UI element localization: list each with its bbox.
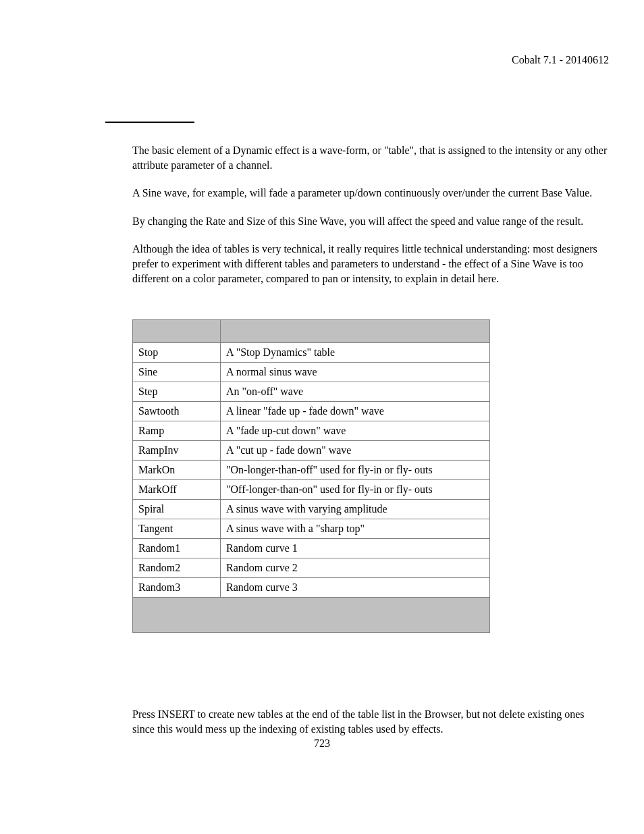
wave-desc-cell: A "fade up-cut down" wave — [221, 421, 490, 441]
table-row: Random2Random curve 2 — [133, 558, 490, 578]
wave-name-cell: Stop — [133, 343, 221, 363]
wave-name-cell: RampInv — [133, 441, 221, 461]
body-content: The basic element of a Dynamic effect is… — [132, 54, 609, 736]
table-row: Random3Random curve 3 — [133, 578, 490, 598]
table-row: MarkOff"Off-longer-than-on" used for fly… — [133, 480, 490, 500]
wave-name-cell: MarkOn — [133, 461, 221, 480]
table-row: StepAn "on-off" wave — [133, 382, 490, 402]
wave-desc-cell: A "cut up - fade down" wave — [221, 441, 490, 461]
wave-desc-cell: "On-longer-than-off" used for fly-in or … — [221, 461, 490, 480]
table-row: SineA normal sinus wave — [133, 363, 490, 382]
wave-desc-cell: A normal sinus wave — [221, 363, 490, 382]
table-row: MarkOn"On-longer-than-off" used for fly-… — [133, 461, 490, 480]
table-row: StopA "Stop Dynamics" table — [133, 343, 490, 363]
wave-desc-cell: A "Stop Dynamics" table — [221, 343, 490, 363]
wave-name-cell: Sine — [133, 363, 221, 382]
wave-name-cell: Random3 — [133, 578, 221, 598]
table-row: SawtoothA linear "fade up - fade down" w… — [133, 402, 490, 421]
intro-paragraph-3: By changing the Rate and Size of this Si… — [132, 214, 609, 229]
wave-desc-cell: Random curve 1 — [221, 539, 490, 558]
table-footer-cell — [133, 598, 490, 633]
table-header-name — [133, 320, 221, 343]
wave-name-cell: Sawtooth — [133, 402, 221, 421]
wave-name-cell: Tangent — [133, 519, 221, 539]
intro-paragraph-2: A Sine wave, for example, will fade a pa… — [132, 186, 609, 201]
wave-desc-cell: Random curve 3 — [221, 578, 490, 598]
wave-tables-table: StopA "Stop Dynamics" tableSineA normal … — [132, 319, 490, 633]
table-row: SpiralA sinus wave with varying amplitud… — [133, 500, 490, 519]
wave-desc-cell: A sinus wave with varying amplitude — [221, 500, 490, 519]
table-footer-row — [133, 598, 490, 633]
intro-paragraph-4: Although the idea of tables is very tech… — [132, 242, 609, 286]
table-row: RampA "fade up-cut down" wave — [133, 421, 490, 441]
wave-desc-cell: Random curve 2 — [221, 558, 490, 578]
wave-name-cell: Random1 — [133, 539, 221, 558]
header-version: Cobalt 7.1 - 20140612 — [512, 54, 609, 66]
wave-desc-cell: A sinus wave with a "sharp top" — [221, 519, 490, 539]
wave-name-cell: Ramp — [133, 421, 221, 441]
table-header-desc — [221, 320, 490, 343]
table-header-row — [133, 320, 490, 343]
page-number: 723 — [0, 737, 644, 750]
wave-desc-cell: "Off-longer-than-on" used for fly-in or … — [221, 480, 490, 500]
table-row: TangentA sinus wave with a "sharp top" — [133, 519, 490, 539]
wave-name-cell: MarkOff — [133, 480, 221, 500]
table-body: StopA "Stop Dynamics" tableSineA normal … — [133, 343, 490, 598]
wave-desc-cell: An "on-off" wave — [221, 382, 490, 402]
wave-name-cell: Random2 — [133, 558, 221, 578]
table-row: Random1Random curve 1 — [133, 539, 490, 558]
wave-name-cell: Step — [133, 382, 221, 402]
wave-name-cell: Spiral — [133, 500, 221, 519]
wave-desc-cell: A linear "fade up - fade down" wave — [221, 402, 490, 421]
table-row: RampInvA "cut up - fade down" wave — [133, 441, 490, 461]
outro-paragraph-1: Press INSERT to create new tables at the… — [132, 707, 609, 736]
document-page: Cobalt 7.1 - 20140612 The basic element … — [0, 0, 644, 834]
intro-paragraph-1: The basic element of a Dynamic effect is… — [132, 143, 609, 172]
section-rule — [105, 122, 194, 123]
